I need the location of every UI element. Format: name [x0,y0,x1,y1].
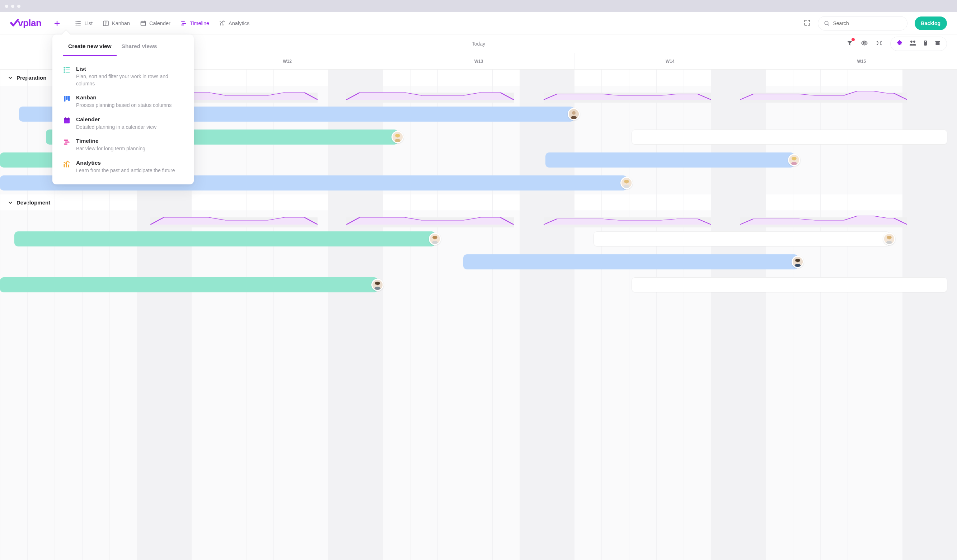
puzzle-icon [896,40,903,46]
tools-button[interactable] [876,40,882,47]
week-label: W12 [191,53,382,69]
task-bar[interactable] [632,277,947,292]
svg-rect-1 [77,21,81,22]
task-bar[interactable] [14,231,435,246]
search-input[interactable] [833,21,901,26]
archive-button[interactable] [934,40,941,47]
svg-rect-3 [77,23,81,24]
task-bar[interactable] [545,153,794,167]
svg-point-4 [76,24,77,25]
task-bar[interactable] [0,277,378,292]
window-dot [11,5,14,8]
svg-point-14 [864,42,865,44]
tab-calendar[interactable]: Calender [136,17,175,29]
chevron-down-icon [8,75,13,80]
tools-icon [876,40,882,46]
avatar[interactable] [621,177,633,189]
svg-rect-44 [66,96,68,100]
window-dot [17,5,21,8]
task-row [0,227,957,251]
popover-item-timeline[interactable]: Timeline Bar view for long term planning [61,134,185,156]
svg-rect-38 [66,68,70,68]
section-header-development[interactable]: Development [0,194,957,211]
logo-check-icon [10,19,19,28]
avatar[interactable] [429,233,441,245]
svg-point-39 [63,69,65,71]
tab-kanban[interactable]: Kanban [98,17,134,29]
view-options-group [890,36,947,51]
svg-point-22 [572,111,576,115]
svg-rect-45 [68,96,70,101]
avatar[interactable] [788,154,800,166]
filter-badge [851,38,855,41]
task-bar[interactable] [632,129,947,145]
svg-rect-6 [103,21,108,25]
svg-rect-10 [181,21,185,22]
popover-item-kanban[interactable]: Kanban Process planning based on status … [61,91,185,113]
window-dot [5,5,8,8]
section-rows-development [0,211,957,296]
svg-rect-51 [65,142,69,143]
svg-rect-7 [141,21,146,25]
svg-rect-40 [66,69,70,70]
calendar-icon [140,20,147,27]
avatar[interactable] [371,279,384,291]
analytics-icon [219,20,226,27]
svg-rect-11 [182,23,186,24]
archive-icon [934,40,941,46]
popover-item-analytics[interactable]: Analytics Learn from the past and antici… [61,156,185,178]
team-button[interactable] [909,40,916,47]
svg-rect-43 [64,96,66,101]
svg-point-2 [76,23,77,24]
list-icon [75,20,81,27]
svg-rect-9 [144,21,145,22]
view-tabs: List Kanban Calender [71,17,254,29]
svg-point-15 [910,41,913,43]
kanban-icon [63,95,70,102]
avatar[interactable] [568,108,580,120]
resource-icon [923,40,928,46]
eye-icon [861,39,868,47]
visibility-button[interactable] [861,39,868,48]
task-row [0,251,957,273]
analytics-icon [63,160,70,167]
popover-tab-create[interactable]: Create new view [63,36,117,56]
timeline-icon [63,139,70,146]
filter-button[interactable] [846,40,853,47]
tab-analytics[interactable]: Analytics [215,17,254,29]
svg-rect-20 [936,42,940,45]
tab-list[interactable]: List [71,17,97,29]
week-label: W14 [574,53,765,69]
team-icon [909,40,916,46]
kanban-icon [103,20,109,27]
tab-timeline[interactable]: Timeline [176,17,213,29]
popover-item-list[interactable]: List Plan, sort and filter your work in … [61,62,185,91]
create-view-button[interactable] [51,17,63,29]
search-input-wrap[interactable] [818,16,908,30]
fullscreen-button[interactable] [804,19,810,27]
week-label: W13 [383,53,574,69]
svg-rect-48 [65,117,66,119]
plus-icon [54,21,60,26]
puzzle-button[interactable] [896,40,903,47]
avatar[interactable] [791,256,804,268]
svg-rect-19 [935,41,940,42]
timeline-icon [180,20,187,27]
top-nav: vplan List Kanban [0,12,957,35]
avatar[interactable] [883,233,895,245]
task-bar[interactable] [463,254,798,270]
today-label[interactable]: Today [472,41,485,47]
capacity-row [0,211,957,227]
popover-item-calendar[interactable]: Calender Detailed planning in a calendar… [61,113,185,134]
expand-icon [804,19,810,26]
svg-rect-50 [64,140,68,140]
brand-logo[interactable]: vplan [10,17,41,29]
avatar[interactable] [392,131,404,143]
backlog-button[interactable]: Backlog [915,16,947,30]
task-bar[interactable] [594,231,890,246]
chevron-down-icon [8,200,13,205]
svg-point-41 [63,71,65,73]
svg-rect-49 [68,117,68,119]
popover-tab-shared[interactable]: Shared views [117,36,162,56]
resource-button[interactable] [923,40,928,47]
